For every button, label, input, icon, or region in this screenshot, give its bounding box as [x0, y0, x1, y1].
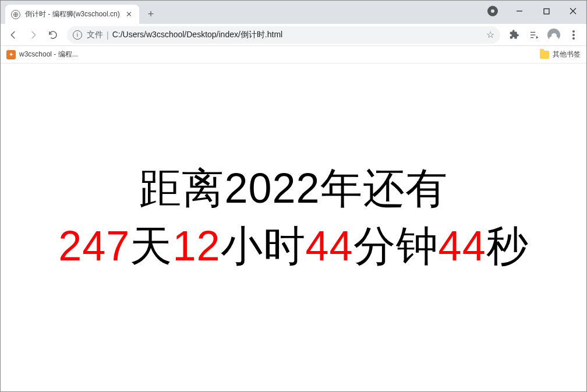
nav-back-button[interactable]: [4, 26, 23, 44]
bookmark-other-folder[interactable]: 其他书签: [540, 50, 581, 59]
window-close-button[interactable]: [560, 2, 586, 20]
nav-forward-button[interactable]: [24, 26, 43, 44]
address-url: C:/Users/w3cschool/Desktop/index/倒计时.htm…: [112, 30, 283, 40]
svg-point-10: [572, 34, 575, 36]
profile-avatar-icon[interactable]: [544, 26, 563, 44]
bookmark-label: w3cschool - 编程...: [19, 50, 78, 59]
bookmark-other-label: 其他书签: [553, 50, 581, 59]
bookmark-star-icon[interactable]: ☆: [486, 29, 494, 40]
chrome-menu-icon[interactable]: [564, 26, 583, 44]
window-minimize-button[interactable]: [506, 2, 533, 20]
new-tab-button[interactable]: +: [143, 6, 159, 22]
countdown-days: 247: [58, 223, 130, 269]
countdown-seconds-unit: 秒: [486, 223, 529, 269]
address-separator: |: [107, 30, 109, 40]
browser-tab-active[interactable]: 倒计时 - 编程狮(w3cschool.cn) ✕: [5, 5, 139, 24]
page-content: 距离2022年还有 247天12小时44分钟44秒: [1, 64, 586, 391]
svg-rect-2: [544, 9, 549, 14]
window-maximize-button[interactable]: [533, 2, 560, 20]
svg-point-11: [572, 37, 575, 40]
tab-title: 倒计时 - 编程狮(w3cschool.cn): [25, 9, 121, 19]
countdown-days-unit: 天: [130, 223, 172, 269]
browser-toolbar: i 文件 | C:/Users/w3cschool/Desktop/index/…: [1, 24, 586, 46]
site-info-icon[interactable]: i: [73, 30, 82, 40]
window-controls: [483, 1, 586, 22]
tab-close-icon[interactable]: ✕: [124, 10, 133, 19]
nav-reload-button[interactable]: [44, 26, 62, 44]
svg-point-9: [572, 30, 575, 33]
bookmark-favicon-icon: ✦: [6, 50, 16, 59]
svg-marker-8: [536, 36, 539, 38]
account-dot-icon[interactable]: [487, 6, 498, 16]
countdown-minutes: 44: [306, 223, 353, 269]
address-bar[interactable]: i 文件 | C:/Users/w3cschool/Desktop/index/…: [67, 26, 500, 44]
countdown-line: 247天12小时44分钟44秒: [58, 220, 528, 272]
extensions-icon[interactable]: [505, 26, 524, 44]
countdown-seconds: 44: [439, 223, 486, 269]
folder-icon: [540, 51, 549, 59]
countdown-headline: 距离2022年还有: [139, 165, 447, 211]
countdown-hours-unit: 小时: [221, 223, 306, 269]
globe-icon: [11, 10, 20, 19]
bookmarks-bar: ✦ w3cschool - 编程... 其他书签: [1, 46, 586, 63]
countdown-minutes-unit: 分钟: [353, 223, 439, 269]
browser-tab-strip: 倒计时 - 编程狮(w3cschool.cn) ✕ +: [1, 1, 586, 24]
address-scheme-label: 文件: [87, 30, 103, 40]
countdown-hours: 12: [172, 223, 220, 269]
media-control-icon[interactable]: [525, 26, 543, 44]
bookmark-item-w3cschool[interactable]: ✦ w3cschool - 编程...: [6, 50, 78, 59]
